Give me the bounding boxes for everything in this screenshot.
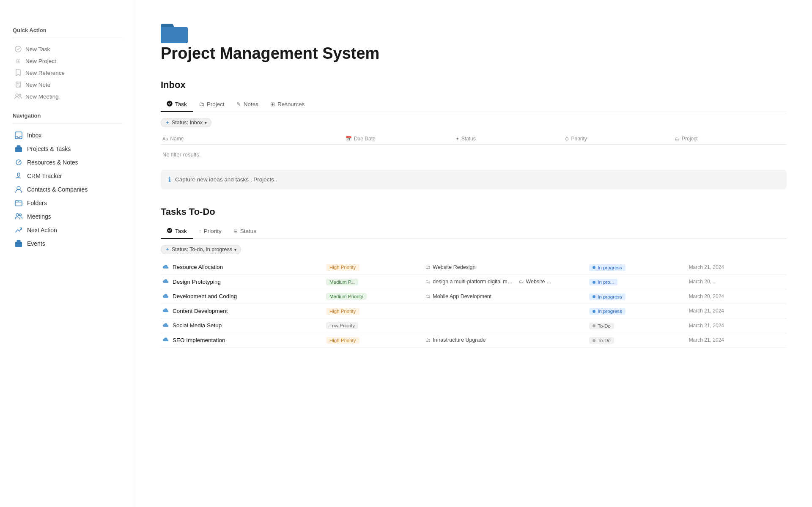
tasks-todo-section: Tasks To-Do Task ↑ Priority ⊟ Status	[161, 206, 787, 348]
task-row: SEO Implementation High Priority 🗂 Infra…	[161, 333, 787, 348]
svg-point-9	[16, 214, 19, 216]
tab-task[interactable]: Task	[161, 97, 193, 112]
status-badge: In progress	[589, 264, 625, 271]
status-tab-icon: ⊟	[233, 228, 238, 234]
resources-tab-icon: ⊞	[270, 101, 275, 107]
status-dot	[593, 295, 595, 298]
project-badge-icon2: 🗂	[519, 279, 524, 285]
task-date: March 21, 2024	[689, 308, 785, 314]
quick-action-new-task[interactable]: New Task	[13, 43, 122, 55]
page-title: Project Management System	[161, 44, 787, 63]
task-priority: High Priority	[326, 307, 422, 315]
svg-point-16	[167, 228, 172, 233]
svg-rect-12	[17, 240, 20, 242]
project-icon: ⊞	[14, 57, 22, 65]
priority-badge: Low Priority	[326, 322, 358, 329]
tasks-filter-bar: ✦ Status: To-do, In progress ▾	[161, 245, 787, 254]
svg-rect-6	[17, 173, 20, 176]
nav-label: Resources & Notes	[27, 159, 78, 166]
tasks-status-filter-badge[interactable]: ✦ Status: To-do, In progress ▾	[161, 245, 241, 254]
sidebar-item-projects-tasks[interactable]: Projects & Tasks	[13, 142, 122, 156]
inbox-section: Inbox Task 🗂 Project ✎ Notes	[161, 79, 787, 189]
events-icon	[14, 239, 23, 248]
priority-badge: High Priority	[326, 264, 359, 271]
tab-notes[interactable]: ✎ Notes	[230, 98, 264, 112]
sidebar-item-crm-tracker[interactable]: CRM Tracker	[13, 169, 122, 183]
project-badge-icon: 🗂	[425, 337, 431, 343]
sidebar-item-resources-notes[interactable]: Resources & Notes	[13, 156, 122, 169]
sidebar-item-inbox[interactable]: Inbox	[13, 129, 122, 142]
svg-point-15	[167, 101, 172, 106]
task-name: Development and Coding	[162, 293, 323, 300]
tab-resources[interactable]: ⊞ Resources	[264, 98, 311, 112]
sidebar-item-meetings[interactable]: Meetings	[13, 210, 122, 223]
sidebar-item-next-action[interactable]: Next Action	[13, 223, 122, 237]
status-badge: In pro...	[589, 279, 617, 285]
meetings-icon	[14, 212, 23, 221]
inbox-filter-bar: ✦ Status: Inbox ▾	[161, 118, 787, 127]
note-icon	[14, 81, 22, 88]
svg-rect-14	[161, 27, 188, 43]
sidebar-item-contacts-companies[interactable]: Contacts & Companies	[13, 183, 122, 196]
quick-action-label: New Reference	[25, 70, 65, 76]
svg-rect-11	[15, 242, 22, 247]
nav-label: CRM Tracker	[27, 173, 62, 179]
tasks-tab-status[interactable]: ⊟ Status	[228, 225, 262, 238]
filter-label: Status: Inbox	[172, 120, 203, 126]
quick-action-new-meeting[interactable]: New Meeting	[13, 90, 122, 102]
col-status: ✦ Status	[455, 136, 565, 142]
tab-task-label: Task	[175, 101, 187, 107]
tab-project[interactable]: 🗂 Project	[193, 98, 230, 112]
task-date: March 21, 2024	[689, 337, 785, 343]
info-text: Capture new ideas and tasks , Projects..	[175, 176, 277, 183]
tasks-todo-title: Tasks To-Do	[161, 206, 787, 217]
status-badge: To-Do	[589, 337, 614, 344]
project-tab-icon: 🗂	[199, 101, 204, 107]
task-name: SEO Implementation	[162, 337, 323, 343]
quick-action-title: Quick Action	[13, 27, 122, 33]
status-dot	[593, 324, 595, 327]
svg-point-1	[16, 94, 18, 96]
nav-label: Events	[27, 240, 45, 247]
svg-rect-4	[15, 147, 22, 152]
crm-icon	[14, 172, 23, 180]
sidebar-item-folders[interactable]: Folders	[13, 196, 122, 210]
task-tab-icon	[167, 101, 173, 108]
task-priority: Medium P...	[326, 278, 422, 285]
status-filter-badge[interactable]: ✦ Status: Inbox ▾	[161, 118, 211, 127]
quick-action-new-note[interactable]: New Note	[13, 79, 122, 90]
calendar-icon: 📅	[346, 136, 352, 142]
tasks-tab-priority[interactable]: ↑ Priority	[193, 225, 228, 238]
nav-label: Projects & Tasks	[27, 145, 71, 152]
sidebar-item-events[interactable]: Events	[13, 237, 122, 250]
filter-chevron-icon: ▾	[205, 121, 207, 125]
task-row: Social Media Setup Low Priority To-Do Ma…	[161, 318, 787, 333]
inbox-icon	[14, 131, 23, 140]
nav-label: Meetings	[27, 213, 51, 220]
task-name: Social Media Setup	[162, 322, 323, 329]
col-name-icon: Aa	[162, 136, 168, 141]
status-icon: ✦	[455, 136, 459, 142]
task-project: 🗂 Mobile App Development	[425, 293, 586, 299]
inbox-table-header: Aa Name 📅 Due Date ✦ Status ⊙ Priority 🗂…	[161, 133, 787, 145]
divider	[13, 123, 122, 123]
inbox-tabs: Task 🗂 Project ✎ Notes ⊞ Resources	[161, 97, 787, 112]
task-status: In progress	[589, 293, 685, 300]
task-priority: Medium Priority	[326, 293, 422, 300]
status-dot	[593, 310, 595, 313]
quick-action-new-project[interactable]: ⊞ New Project	[13, 55, 122, 67]
task-name: Content Development	[162, 307, 323, 314]
task-status: In pro...	[589, 278, 685, 286]
quick-action-label: New Meeting	[25, 93, 59, 100]
project-badge-icon: 🗂	[425, 264, 431, 270]
task-cloud-icon	[162, 278, 169, 285]
page-header: Project Management System	[161, 21, 787, 63]
tasks-tab-task-label: Task	[175, 228, 187, 234]
tasks-tab-task[interactable]: Task	[161, 224, 193, 239]
svg-point-10	[19, 214, 22, 216]
tasks-tabs: Task ↑ Priority ⊟ Status	[161, 224, 787, 239]
status-badge: In progress	[589, 293, 625, 300]
info-icon: ℹ	[168, 175, 171, 184]
project-badge-icon: 🗂	[425, 293, 431, 299]
quick-action-new-reference[interactable]: New Reference	[13, 67, 122, 79]
